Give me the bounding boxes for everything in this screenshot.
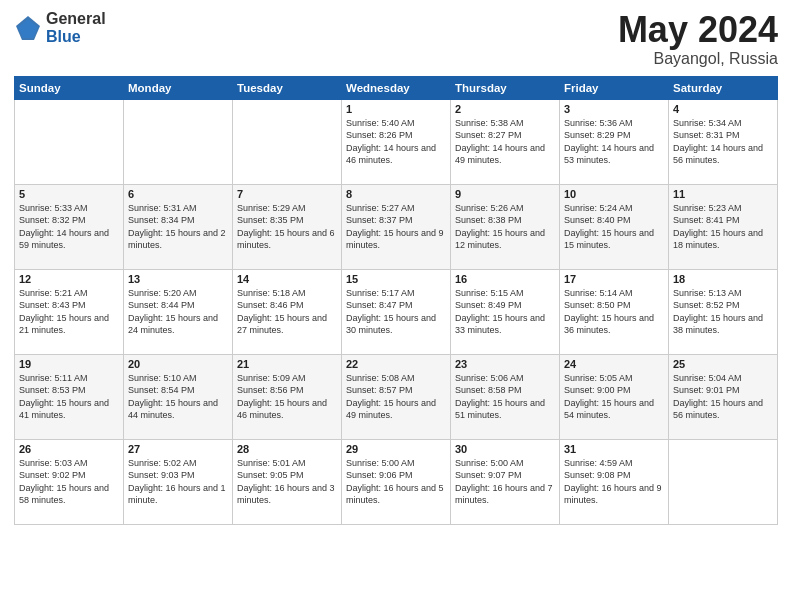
calendar-cell: 8Sunrise: 5:27 AM Sunset: 8:37 PM Daylig… (342, 184, 451, 269)
calendar-cell (15, 99, 124, 184)
day-number: 6 (128, 188, 228, 200)
calendar-cell: 15Sunrise: 5:17 AM Sunset: 8:47 PM Dayli… (342, 269, 451, 354)
day-info: Sunrise: 5:02 AM Sunset: 9:03 PM Dayligh… (128, 457, 228, 507)
calendar-cell: 7Sunrise: 5:29 AM Sunset: 8:35 PM Daylig… (233, 184, 342, 269)
day-number: 11 (673, 188, 773, 200)
day-number: 29 (346, 443, 446, 455)
calendar-cell: 26Sunrise: 5:03 AM Sunset: 9:02 PM Dayli… (15, 439, 124, 524)
calendar-cell: 24Sunrise: 5:05 AM Sunset: 9:00 PM Dayli… (560, 354, 669, 439)
weekday-header: Thursday (451, 76, 560, 99)
day-info: Sunrise: 5:23 AM Sunset: 8:41 PM Dayligh… (673, 202, 773, 252)
calendar-cell: 10Sunrise: 5:24 AM Sunset: 8:40 PM Dayli… (560, 184, 669, 269)
calendar-cell: 25Sunrise: 5:04 AM Sunset: 9:01 PM Dayli… (669, 354, 778, 439)
day-number: 23 (455, 358, 555, 370)
day-number: 2 (455, 103, 555, 115)
day-number: 31 (564, 443, 664, 455)
calendar-cell: 27Sunrise: 5:02 AM Sunset: 9:03 PM Dayli… (124, 439, 233, 524)
calendar-cell: 17Sunrise: 5:14 AM Sunset: 8:50 PM Dayli… (560, 269, 669, 354)
calendar-cell: 16Sunrise: 5:15 AM Sunset: 8:49 PM Dayli… (451, 269, 560, 354)
day-number: 1 (346, 103, 446, 115)
day-number: 28 (237, 443, 337, 455)
day-info: Sunrise: 5:31 AM Sunset: 8:34 PM Dayligh… (128, 202, 228, 252)
day-info: Sunrise: 5:36 AM Sunset: 8:29 PM Dayligh… (564, 117, 664, 167)
calendar-cell: 30Sunrise: 5:00 AM Sunset: 9:07 PM Dayli… (451, 439, 560, 524)
day-number: 30 (455, 443, 555, 455)
day-number: 21 (237, 358, 337, 370)
day-info: Sunrise: 5:34 AM Sunset: 8:31 PM Dayligh… (673, 117, 773, 167)
day-number: 5 (19, 188, 119, 200)
day-number: 27 (128, 443, 228, 455)
day-number: 13 (128, 273, 228, 285)
calendar-cell: 13Sunrise: 5:20 AM Sunset: 8:44 PM Dayli… (124, 269, 233, 354)
day-number: 14 (237, 273, 337, 285)
day-number: 18 (673, 273, 773, 285)
calendar-week-row: 12Sunrise: 5:21 AM Sunset: 8:43 PM Dayli… (15, 269, 778, 354)
calendar-cell (669, 439, 778, 524)
day-info: Sunrise: 5:38 AM Sunset: 8:27 PM Dayligh… (455, 117, 555, 167)
day-info: Sunrise: 5:03 AM Sunset: 9:02 PM Dayligh… (19, 457, 119, 507)
calendar-week-row: 1Sunrise: 5:40 AM Sunset: 8:26 PM Daylig… (15, 99, 778, 184)
day-info: Sunrise: 5:00 AM Sunset: 9:07 PM Dayligh… (455, 457, 555, 507)
calendar-cell: 4Sunrise: 5:34 AM Sunset: 8:31 PM Daylig… (669, 99, 778, 184)
calendar-cell: 3Sunrise: 5:36 AM Sunset: 8:29 PM Daylig… (560, 99, 669, 184)
day-info: Sunrise: 5:33 AM Sunset: 8:32 PM Dayligh… (19, 202, 119, 252)
weekday-header: Saturday (669, 76, 778, 99)
logo-text: General Blue (46, 10, 106, 45)
day-number: 15 (346, 273, 446, 285)
day-number: 9 (455, 188, 555, 200)
calendar-cell: 5Sunrise: 5:33 AM Sunset: 8:32 PM Daylig… (15, 184, 124, 269)
calendar-cell: 1Sunrise: 5:40 AM Sunset: 8:26 PM Daylig… (342, 99, 451, 184)
day-info: Sunrise: 5:04 AM Sunset: 9:01 PM Dayligh… (673, 372, 773, 422)
weekday-header: Friday (560, 76, 669, 99)
calendar-cell: 2Sunrise: 5:38 AM Sunset: 8:27 PM Daylig… (451, 99, 560, 184)
day-info: Sunrise: 5:01 AM Sunset: 9:05 PM Dayligh… (237, 457, 337, 507)
day-number: 20 (128, 358, 228, 370)
calendar-cell: 11Sunrise: 5:23 AM Sunset: 8:41 PM Dayli… (669, 184, 778, 269)
header: General Blue May 2024 Bayangol, Russia (14, 10, 778, 68)
logo-general: General (46, 10, 106, 28)
calendar-cell: 22Sunrise: 5:08 AM Sunset: 8:57 PM Dayli… (342, 354, 451, 439)
calendar-cell: 12Sunrise: 5:21 AM Sunset: 8:43 PM Dayli… (15, 269, 124, 354)
day-info: Sunrise: 5:24 AM Sunset: 8:40 PM Dayligh… (564, 202, 664, 252)
calendar-table: SundayMondayTuesdayWednesdayThursdayFrid… (14, 76, 778, 525)
day-info: Sunrise: 5:08 AM Sunset: 8:57 PM Dayligh… (346, 372, 446, 422)
weekday-header: Wednesday (342, 76, 451, 99)
calendar-cell: 31Sunrise: 4:59 AM Sunset: 9:08 PM Dayli… (560, 439, 669, 524)
day-number: 16 (455, 273, 555, 285)
day-info: Sunrise: 5:13 AM Sunset: 8:52 PM Dayligh… (673, 287, 773, 337)
calendar-cell: 19Sunrise: 5:11 AM Sunset: 8:53 PM Dayli… (15, 354, 124, 439)
calendar-cell: 29Sunrise: 5:00 AM Sunset: 9:06 PM Dayli… (342, 439, 451, 524)
day-number: 19 (19, 358, 119, 370)
logo: General Blue (14, 10, 106, 45)
day-number: 8 (346, 188, 446, 200)
day-number: 10 (564, 188, 664, 200)
day-info: Sunrise: 4:59 AM Sunset: 9:08 PM Dayligh… (564, 457, 664, 507)
day-number: 24 (564, 358, 664, 370)
calendar-subtitle: Bayangol, Russia (618, 50, 778, 68)
day-number: 4 (673, 103, 773, 115)
title-area: May 2024 Bayangol, Russia (618, 10, 778, 68)
day-number: 3 (564, 103, 664, 115)
day-info: Sunrise: 5:14 AM Sunset: 8:50 PM Dayligh… (564, 287, 664, 337)
calendar-cell (233, 99, 342, 184)
day-info: Sunrise: 5:06 AM Sunset: 8:58 PM Dayligh… (455, 372, 555, 422)
day-info: Sunrise: 5:09 AM Sunset: 8:56 PM Dayligh… (237, 372, 337, 422)
day-number: 12 (19, 273, 119, 285)
weekday-header: Tuesday (233, 76, 342, 99)
calendar-cell: 23Sunrise: 5:06 AM Sunset: 8:58 PM Dayli… (451, 354, 560, 439)
day-info: Sunrise: 5:27 AM Sunset: 8:37 PM Dayligh… (346, 202, 446, 252)
day-info: Sunrise: 5:15 AM Sunset: 8:49 PM Dayligh… (455, 287, 555, 337)
day-info: Sunrise: 5:21 AM Sunset: 8:43 PM Dayligh… (19, 287, 119, 337)
weekday-header-row: SundayMondayTuesdayWednesdayThursdayFrid… (15, 76, 778, 99)
calendar-week-row: 5Sunrise: 5:33 AM Sunset: 8:32 PM Daylig… (15, 184, 778, 269)
calendar-week-row: 19Sunrise: 5:11 AM Sunset: 8:53 PM Dayli… (15, 354, 778, 439)
day-info: Sunrise: 5:05 AM Sunset: 9:00 PM Dayligh… (564, 372, 664, 422)
logo-blue: Blue (46, 28, 106, 46)
weekday-header: Sunday (15, 76, 124, 99)
calendar-page: General Blue May 2024 Bayangol, Russia S… (0, 0, 792, 612)
day-number: 26 (19, 443, 119, 455)
calendar-cell: 14Sunrise: 5:18 AM Sunset: 8:46 PM Dayli… (233, 269, 342, 354)
calendar-cell: 20Sunrise: 5:10 AM Sunset: 8:54 PM Dayli… (124, 354, 233, 439)
calendar-week-row: 26Sunrise: 5:03 AM Sunset: 9:02 PM Dayli… (15, 439, 778, 524)
day-number: 7 (237, 188, 337, 200)
